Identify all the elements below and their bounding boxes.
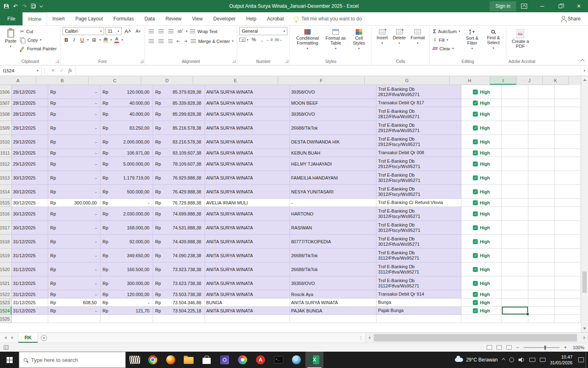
- ribbon-tab-insert[interactable]: Insert: [47, 12, 70, 25]
- name-box[interactable]: I1524 ▾: [0, 65, 42, 76]
- cell-F1524[interactable]: PAJAK BUNGA: [290, 307, 376, 315]
- cell-C1518[interactable]: Rp92.000,00: [100, 235, 153, 249]
- underline-button[interactable]: U: [78, 37, 86, 43]
- cell-B1508[interactable]: Rp-: [48, 107, 100, 121]
- cell-B1511[interactable]: Rp-: [48, 149, 100, 157]
- cell-C1507[interactable]: Rp40.000,00: [100, 99, 153, 107]
- ribbon-tab-file[interactable]: File: [0, 12, 22, 25]
- row-header-1511[interactable]: 1511: [0, 149, 12, 157]
- start-button[interactable]: [0, 352, 19, 368]
- cell-A1511[interactable]: 29/12/2025: [12, 149, 48, 157]
- cell-G1525[interactable]: [376, 315, 461, 323]
- taskbar-paint-app-icon[interactable]: [234, 352, 252, 368]
- cell-G1514[interactable]: Trsf E-Banking Db 3012/Ftscy/Ws95271: [376, 185, 461, 199]
- clipboard-dialog-launcher-icon[interactable]: [56, 60, 59, 63]
- cell-G1517[interactable]: Trsf E-Banking Db 3012/Ftscy/Ws95271: [376, 221, 461, 235]
- cell-J1520[interactable]: [528, 263, 555, 276]
- row-header-1515[interactable]: 1515: [0, 199, 12, 207]
- cell-J1517[interactable]: [528, 221, 555, 235]
- cell-F1515[interactable]: -: [290, 199, 376, 207]
- cell-I1522[interactable]: [502, 290, 528, 298]
- horizontal-scroll-thumb[interactable]: [374, 334, 577, 341]
- cell-D1506[interactable]: Rp85.379.828,38: [153, 85, 205, 99]
- cell-G1519[interactable]: Trsf E-Banking Db 3112/Ftfva/Ws95271: [376, 249, 461, 263]
- cell-K1508[interactable]: [555, 107, 581, 121]
- cell-K1524[interactable]: [555, 307, 581, 315]
- taskbar-store-app-icon[interactable]: [198, 352, 216, 368]
- new-sheet-button[interactable]: +: [38, 333, 49, 343]
- taskbar-red-a-app-icon[interactable]: [252, 352, 270, 368]
- cell-A1525[interactable]: [12, 315, 48, 323]
- cell-C1517[interactable]: Rp168.000,00: [100, 221, 153, 235]
- ribbon-display-options-icon[interactable]: [521, 4, 527, 9]
- row-header-1508[interactable]: 1508: [0, 107, 12, 121]
- cell-I1514[interactable]: [502, 185, 528, 199]
- cell-F1513[interactable]: FAMEILIA HANDAYANI: [290, 171, 376, 185]
- cell-K1509[interactable]: [555, 121, 581, 135]
- cell-J1524[interactable]: [528, 307, 555, 315]
- row-header-1520[interactable]: 1520: [0, 263, 12, 276]
- cell-H1520[interactable]: ✓High: [461, 263, 502, 276]
- cell-H1506[interactable]: ✓High: [461, 85, 502, 99]
- col-header-B[interactable]: B: [36, 76, 89, 85]
- cell-E1517[interactable]: ANITA SURYA WINATA: [205, 221, 290, 235]
- cell-F1508[interactable]: 39358/OVO: [290, 107, 376, 121]
- cell-I1508[interactable]: [502, 107, 528, 121]
- ribbon-tab-formulas[interactable]: Formulas: [108, 12, 139, 25]
- cell-D1511[interactable]: Rp83.109.607,38: [153, 149, 205, 157]
- cell-C1516[interactable]: Rp2.030.000,00: [100, 207, 153, 221]
- merge-center-button[interactable]: Merge & Center ▾: [189, 37, 235, 45]
- taskbar-adobe-app-icon[interactable]: [216, 352, 234, 368]
- cell-H1513[interactable]: ✓High: [461, 171, 502, 185]
- cell-J1507[interactable]: [528, 99, 555, 107]
- touch-keyboard-icon[interactable]: [529, 358, 535, 362]
- align-right-button[interactable]: [167, 38, 174, 44]
- cell-K1518[interactable]: [555, 235, 581, 249]
- create-pdf-button[interactable]: Create a PDF: [508, 27, 532, 49]
- cell-H1522[interactable]: ✓High: [461, 290, 502, 298]
- row-header-1506[interactable]: 1506: [0, 85, 12, 99]
- cell-A1521[interactable]: 31/12/2025: [12, 276, 48, 290]
- show-desktop-button[interactable]: [586, 352, 588, 368]
- sign-in-button[interactable]: Sign in: [490, 1, 516, 11]
- tab-splitter-handle[interactable]: ⋮: [356, 333, 365, 343]
- align-center-button[interactable]: [157, 38, 165, 44]
- find-select-button[interactable]: Find & Select ▾: [483, 27, 504, 52]
- cell-B1507[interactable]: Rp-: [48, 99, 100, 107]
- italic-button[interactable]: I: [71, 36, 77, 43]
- cell-F1525[interactable]: [290, 315, 376, 323]
- font-size-combo[interactable]: 11▾: [105, 27, 122, 35]
- col-header-C[interactable]: C: [89, 76, 141, 85]
- cell-G1507[interactable]: Transaksi Debit Qr 817: [376, 99, 461, 107]
- cell-I1518[interactable]: [502, 235, 528, 249]
- top-align-button[interactable]: [147, 29, 156, 34]
- cell-D1510[interactable]: Rp83.216.578,38: [153, 135, 205, 149]
- cell-H1525[interactable]: [461, 315, 502, 323]
- normal-view-button[interactable]: [487, 345, 492, 350]
- search-input[interactable]: [31, 357, 121, 363]
- cell-E1511[interactable]: ANITA SURYA WINATA: [205, 149, 290, 157]
- cell-C1524[interactable]: Rp121,70: [100, 307, 153, 315]
- cell-C1508[interactable]: Rp40.000,00: [100, 107, 153, 121]
- ribbon-tab-review[interactable]: Review: [160, 12, 187, 25]
- cell-J1510[interactable]: [528, 135, 555, 149]
- cell-C1522[interactable]: Rp120.000,00: [100, 290, 153, 298]
- cell-H1507[interactable]: ✓High: [461, 99, 502, 107]
- fill-color-button[interactable]: [102, 38, 109, 43]
- cell-I1512[interactable]: [502, 157, 528, 171]
- cell-F1506[interactable]: 39358/OVO: [290, 85, 376, 99]
- enter-icon[interactable]: ✓: [60, 68, 63, 73]
- touch-mode-icon[interactable]: [31, 4, 36, 9]
- cell-A1518[interactable]: 31/12/2025: [12, 235, 48, 249]
- cell-I1506[interactable]: [502, 85, 528, 99]
- conditional-formatting-button[interactable]: Conditional Formatting ▾: [292, 27, 323, 52]
- cell-C1511[interactable]: Rp106.971,00: [100, 149, 153, 157]
- cell-C1510[interactable]: Rp2.000.000,00: [100, 135, 153, 149]
- cell-E1509[interactable]: ANITA SURYA WINATA: [205, 121, 290, 135]
- cell-C1525[interactable]: [100, 315, 153, 323]
- ribbon-tab-acrobat[interactable]: Acrobat: [262, 12, 289, 25]
- row-header-1525[interactable]: 1525: [0, 315, 12, 323]
- cell-B1519[interactable]: Rp-: [48, 249, 100, 263]
- cell-G1509[interactable]: Trsf E-Banking Db 2912/Ftfva/Ws95271: [376, 121, 461, 135]
- cell-B1506[interactable]: Rp-: [48, 85, 100, 99]
